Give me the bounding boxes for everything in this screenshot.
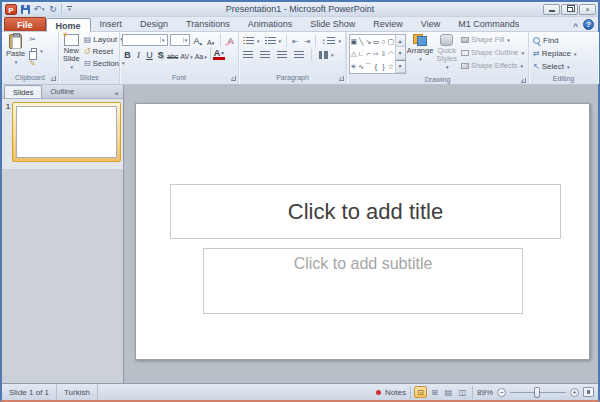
bold-button[interactable]: B <box>122 48 133 60</box>
powerpoint-logo-icon[interactable]: P <box>5 4 17 15</box>
tab-animations[interactable]: Animations <box>239 17 302 31</box>
slide-sorter-view-button[interactable]: ⊞ <box>428 386 441 398</box>
line-spacing-button[interactable]: ↕ <box>319 35 343 47</box>
shape-icon[interactable]: ⌒ <box>365 60 372 73</box>
font-color-button[interactable]: A <box>213 48 225 60</box>
text-shadow-button[interactable]: S <box>155 48 166 60</box>
language-indicator[interactable]: Turkish <box>57 384 98 400</box>
shrink-font-button[interactable]: A <box>205 34 216 46</box>
zoom-slider[interactable] <box>510 392 566 393</box>
minimize-button[interactable] <box>543 4 560 15</box>
shape-outline-button[interactable]: Shape Outline <box>459 46 526 59</box>
restore-button[interactable] <box>561 4 578 15</box>
clear-formatting-button[interactable]: A <box>225 34 236 46</box>
paste-button[interactable]: Paste <box>4 33 27 67</box>
new-slide-button[interactable]: New Slide <box>61 33 82 72</box>
reading-view-button[interactable]: ▤ <box>442 386 455 398</box>
shape-icon[interactable]: ⇩ <box>380 48 387 61</box>
quick-styles-button[interactable]: Quick Styles <box>435 33 459 72</box>
slide-thumbnail-selected[interactable] <box>12 102 121 162</box>
undo-button[interactable]: ↶ <box>33 3 45 15</box>
align-left-button[interactable] <box>241 49 255 61</box>
shape-icon[interactable]: ⌐ <box>365 48 372 61</box>
shape-icon[interactable]: ⇨ <box>372 48 379 61</box>
italic-button[interactable]: I <box>133 48 144 60</box>
zoom-slider-handle[interactable] <box>534 387 540 398</box>
decrease-indent-button[interactable]: ⇤ <box>290 35 301 47</box>
tab-m1-commands[interactable]: M1 Commands <box>449 17 528 31</box>
tab-slide-show[interactable]: Slide Show <box>301 17 364 31</box>
tab-transitions[interactable]: Transitions <box>177 17 239 31</box>
numbering-button[interactable] <box>263 35 284 47</box>
increase-indent-button[interactable]: ⇥ <box>302 35 313 47</box>
change-case-button[interactable]: Aa <box>194 48 208 60</box>
justify-button[interactable] <box>292 49 306 61</box>
drawing-dialog-launcher[interactable] <box>521 78 526 83</box>
paragraph-group: ⇤ ⇥ ↕ ⇅ ▤ <box>239 32 347 84</box>
shape-effects-button[interactable]: Shape Effects <box>459 59 526 72</box>
panel-tab-slides[interactable]: Slides <box>4 85 42 98</box>
shape-icon[interactable]: { <box>372 60 379 73</box>
gallery-down-button[interactable]: ▼ <box>396 47 405 59</box>
fit-to-window-button[interactable] <box>583 387 594 397</box>
font-dialog-launcher[interactable] <box>231 76 236 81</box>
font-name-combo[interactable] <box>122 34 168 46</box>
subtitle-placeholder[interactable]: Click to add subtitle <box>203 248 523 314</box>
gallery-more-button[interactable]: ▼ <box>396 60 405 73</box>
panel-tab-outline[interactable]: Outline <box>42 85 82 98</box>
tab-file[interactable]: File <box>4 17 46 31</box>
redo-button[interactable]: ↻ <box>47 3 59 15</box>
align-right-button[interactable] <box>275 49 289 61</box>
character-spacing-button[interactable]: AV <box>179 48 193 60</box>
shape-icon[interactable]: ∿ <box>357 60 364 73</box>
help-button[interactable]: ? <box>583 19 594 30</box>
grow-font-button[interactable]: A <box>192 34 203 46</box>
cut-button[interactable]: ✂ <box>27 33 45 45</box>
shape-icon[interactable]: ╲ <box>357 35 364 48</box>
normal-view-button[interactable]: ⊡ <box>414 386 427 398</box>
tab-design[interactable]: Design <box>131 17 177 31</box>
shape-icon[interactable]: ▢ <box>387 35 394 48</box>
shape-fill-button[interactable]: Shape Fill <box>459 33 526 46</box>
shape-icon[interactable]: △ <box>350 48 357 61</box>
tab-review[interactable]: Review <box>364 17 412 31</box>
tab-insert[interactable]: Insert <box>91 17 132 31</box>
shape-icon[interactable]: } <box>380 60 387 73</box>
zoom-level[interactable]: 89% <box>477 388 493 397</box>
save-button[interactable] <box>19 3 31 15</box>
tab-home[interactable]: Home <box>46 18 91 32</box>
columns-button[interactable] <box>317 49 336 61</box>
shape-icon[interactable]: ∟ <box>357 48 364 61</box>
title-placeholder[interactable]: Click to add title <box>170 184 561 239</box>
zoom-out-button[interactable]: − <box>497 388 506 397</box>
shape-icon[interactable]: ◠ <box>387 48 394 61</box>
align-center-button[interactable] <box>258 49 272 61</box>
shape-icon[interactable]: ▭ <box>372 35 379 48</box>
zoom-in-button[interactable]: + <box>570 388 579 397</box>
select-button[interactable]: ↖Select <box>531 60 579 73</box>
qat-customize-button[interactable] <box>61 3 73 15</box>
replace-button[interactable]: ⇄Replace <box>531 47 579 60</box>
tab-view[interactable]: View <box>412 17 449 31</box>
shape-icon[interactable]: ☆ <box>387 60 394 73</box>
columns-icon <box>319 51 328 59</box>
find-button[interactable]: Find <box>531 34 579 47</box>
shape-icon[interactable]: ✳ <box>350 60 357 73</box>
bullets-button[interactable] <box>241 35 262 47</box>
close-button[interactable]: × <box>579 4 596 15</box>
slide-show-button[interactable]: ◫ <box>456 386 469 398</box>
strikethrough-button[interactable]: abc <box>166 48 179 60</box>
minimize-ribbon-button[interactable]: ^ <box>568 22 583 31</box>
shape-icon[interactable]: ○ <box>380 35 387 48</box>
paragraph-dialog-launcher[interactable] <box>339 76 344 81</box>
shape-icon[interactable]: ↘ <box>365 35 372 48</box>
panel-close-icon[interactable]: × <box>110 89 123 98</box>
underline-button[interactable]: U <box>144 48 155 60</box>
font-size-combo[interactable] <box>170 34 191 46</box>
shape-icon[interactable]: ▣ <box>350 35 357 48</box>
arrange-button[interactable]: Arrange <box>406 33 435 64</box>
clipboard-dialog-launcher[interactable] <box>51 76 56 81</box>
notes-label[interactable]: Notes <box>385 388 406 397</box>
copy-button[interactable] <box>27 45 45 57</box>
gallery-up-button[interactable]: ▲ <box>396 35 405 47</box>
